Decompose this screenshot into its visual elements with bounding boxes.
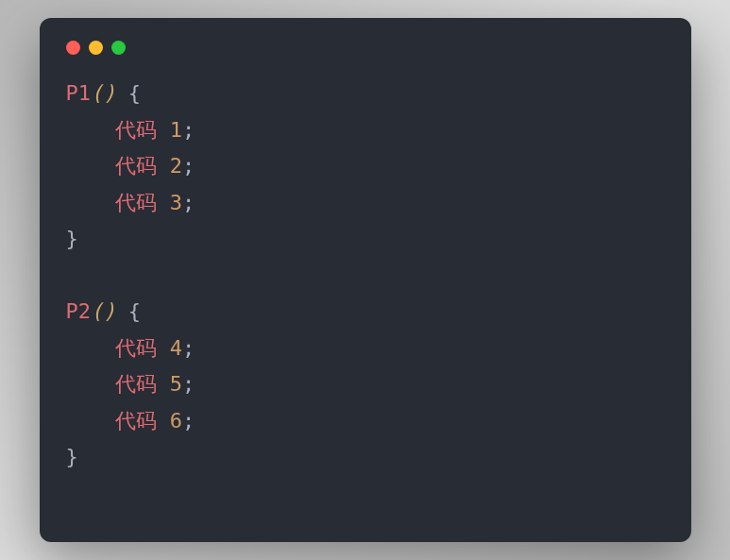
function-name: P2 xyxy=(66,299,92,323)
code-window: P1() { 代码 1; 代码 2; 代码 3; } P2() { 代码 4; … xyxy=(40,18,691,542)
semicolon: ; xyxy=(182,372,195,396)
semicolon: ; xyxy=(182,191,195,214)
code-number: 5 xyxy=(170,372,182,396)
semicolon: ; xyxy=(182,336,195,360)
close-paren: ) xyxy=(103,81,115,105)
code-line: 代码 6; xyxy=(66,403,665,440)
semicolon: ; xyxy=(182,118,195,142)
maximize-icon[interactable] xyxy=(111,41,126,55)
code-line: 代码 3; xyxy=(66,185,665,222)
code-number: 6 xyxy=(170,409,182,433)
open-paren: ( xyxy=(91,81,103,105)
code-number: 1 xyxy=(170,118,182,142)
open-brace: { xyxy=(128,299,141,323)
code-label: 代码 xyxy=(115,191,157,214)
code-area: P1() { 代码 1; 代码 2; 代码 3; } P2() { 代码 4; … xyxy=(66,76,665,476)
close-brace-line: } xyxy=(66,439,665,476)
code-line: 代码 2; xyxy=(66,148,665,185)
code-label: 代码 xyxy=(115,372,157,396)
close-brace-line: } xyxy=(66,221,665,258)
code-label: 代码 xyxy=(115,336,157,360)
titlebar xyxy=(66,37,665,76)
code-label: 代码 xyxy=(115,154,157,178)
semicolon: ; xyxy=(182,154,195,178)
code-label: 代码 xyxy=(115,409,157,433)
semicolon: ; xyxy=(182,409,195,433)
close-paren: ) xyxy=(103,299,115,323)
code-label: 代码 xyxy=(115,118,157,142)
function-name: P1 xyxy=(66,81,92,105)
code-line: 代码 5; xyxy=(66,366,665,403)
blank-line xyxy=(66,258,665,295)
open-paren: ( xyxy=(91,299,103,323)
function-header: P1() { xyxy=(66,76,665,112)
code-number: 2 xyxy=(170,154,182,178)
code-number: 4 xyxy=(170,336,182,360)
close-brace: } xyxy=(66,227,78,250)
code-line: 代码 4; xyxy=(66,331,665,367)
close-brace: } xyxy=(66,445,78,468)
code-number: 3 xyxy=(170,191,182,214)
function-header: P2() { xyxy=(66,294,665,331)
open-brace: { xyxy=(128,81,141,105)
code-line: 代码 1; xyxy=(66,112,665,149)
close-icon[interactable] xyxy=(66,41,80,55)
minimize-icon[interactable] xyxy=(89,41,103,55)
